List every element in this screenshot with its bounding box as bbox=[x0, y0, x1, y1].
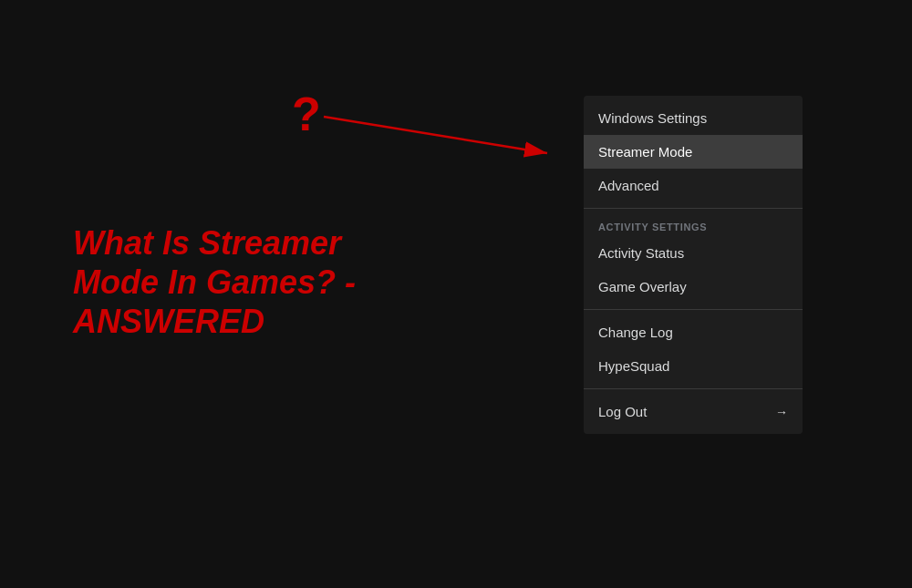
svg-line-1 bbox=[324, 117, 547, 153]
menu-item-advanced[interactable]: Advanced bbox=[584, 169, 803, 202]
main-title: What Is Streamer Mode In Games? - ANSWER… bbox=[73, 223, 356, 342]
menu-item-logout[interactable]: Log Out → bbox=[584, 395, 803, 428]
menu-divider-2 bbox=[584, 309, 803, 310]
menu-item-game-overlay[interactable]: Game Overlay bbox=[584, 270, 803, 304]
question-mark-icon: ? bbox=[292, 87, 321, 141]
activity-settings-section-label: ACTIVITY SETTINGS bbox=[584, 214, 803, 236]
menu-item-streamer-mode[interactable]: Streamer Mode bbox=[584, 135, 803, 169]
logout-arrow-icon: → bbox=[775, 405, 788, 419]
settings-menu-panel: Windows Settings Streamer Mode Advanced … bbox=[584, 96, 803, 434]
menu-item-change-log[interactable]: Change Log bbox=[584, 315, 803, 349]
menu-item-hypesquad[interactable]: HypeSquad bbox=[584, 349, 803, 383]
menu-divider-3 bbox=[584, 388, 803, 389]
menu-item-activity-status[interactable]: Activity Status bbox=[584, 236, 803, 270]
menu-divider-1 bbox=[584, 208, 803, 209]
menu-item-windows-settings[interactable]: Windows Settings bbox=[584, 101, 803, 135]
